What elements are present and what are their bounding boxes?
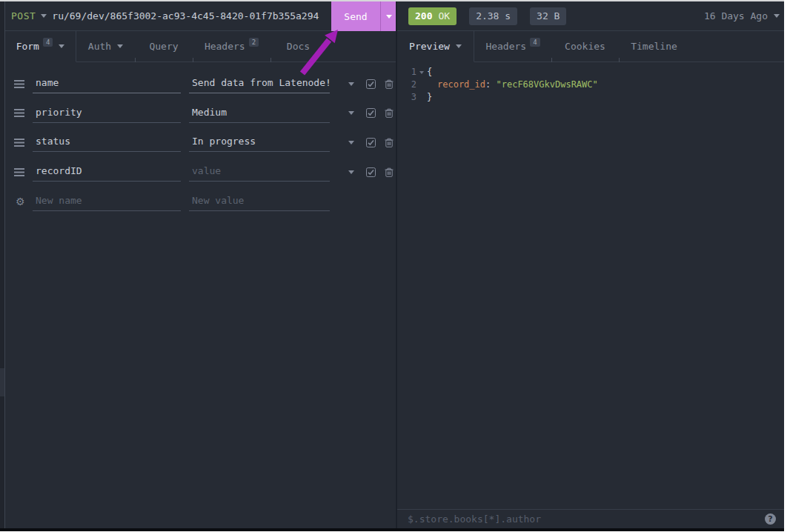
preview-mode-chevron-down-icon (456, 44, 462, 48)
tab-docs-label: Docs (287, 41, 310, 52)
send-button[interactable]: Send (331, 1, 397, 31)
row-value-input[interactable]: Send data from Latenode! (189, 71, 330, 93)
new-value-placeholder: New value (192, 195, 244, 206)
value-options-chevron-down-icon[interactable] (345, 69, 358, 99)
form-body-editor: name Send data from Latenode! pri (5, 62, 397, 359)
tab-query-label: Query (149, 41, 178, 52)
row-enabled-checkbox-icon[interactable] (364, 157, 377, 187)
line-number: 1 (397, 66, 416, 79)
tab-docs[interactable]: Docs (270, 31, 326, 62)
tab-headers-label: Headers (205, 41, 245, 52)
tab-response-headers-label: Headers (485, 41, 526, 52)
send-button-label[interactable]: Send (331, 1, 380, 31)
code-line: 3 } (397, 91, 784, 104)
form-row-priority: priority Medium (5, 99, 397, 128)
code-line: 2 record_id: "recF68VGkvDwsRAWC" (397, 79, 784, 91)
form-type-chevron-down-icon (59, 44, 64, 48)
tab-cookies[interactable]: Cookies (551, 31, 619, 62)
form-row-name: name Send data from Latenode! (5, 69, 397, 99)
delete-row-trash-icon[interactable] (382, 127, 396, 157)
response-tabbar: Preview Headers 4 Cookies Timeline (397, 31, 784, 62)
line-number: 2 (397, 79, 416, 91)
response-body-preview: 1 { 2 record_id: "recF68VGkvDwsRAWC" 3 } (397, 62, 784, 509)
tab-auth[interactable]: Auth (76, 31, 135, 62)
tab-headers[interactable]: Headers 2 (193, 31, 270, 62)
api-client-window: POST ru/69/dev/865f3002-ac93-4c45-8420-0… (0, 0, 784, 528)
drag-handle-icon[interactable] (14, 167, 29, 177)
tab-form[interactable]: Form 4 (5, 31, 76, 62)
delete-row-trash-icon[interactable] (382, 99, 396, 128)
help-icon[interactable]: ? (765, 513, 776, 525)
tab-timeline-label: Timeline (631, 41, 677, 52)
url-input[interactable]: ru/69/dev/865f3002-ac93-4c45-8420-01f7b3… (52, 10, 319, 21)
value-placeholder: value (192, 165, 221, 176)
duration-badge: 2.38 s (469, 7, 517, 25)
row-name-input[interactable]: status (33, 130, 181, 152)
response-meta-bar: 200 OK 2.38 s 32 B 16 Days Ago (397, 1, 784, 31)
auth-type-chevron-down-icon (117, 44, 123, 48)
new-value-input[interactable]: New value (189, 189, 330, 211)
row-value-input[interactable]: value (189, 159, 330, 182)
json-string-value: "recF68VGkvDwsRAWC" (497, 79, 598, 90)
fold-spacer (416, 91, 427, 104)
send-options-chevron-down-icon[interactable] (380, 1, 397, 31)
tab-form-label: Form (16, 41, 39, 52)
method-chevron-down-icon[interactable] (41, 14, 47, 18)
value-options-chevron-down-icon[interactable] (345, 157, 358, 187)
row-value-input[interactable]: Medium (189, 101, 330, 123)
new-name-placeholder: New name (36, 195, 82, 206)
tab-form-count-badge: 4 (43, 38, 53, 47)
form-row-new: ⚙ New name New value (5, 187, 397, 216)
history-chevron-down-icon (774, 14, 780, 18)
row-enabled-checkbox-icon[interactable] (364, 127, 377, 157)
row-name-input[interactable]: priority (33, 101, 181, 123)
tab-response-headers-count-badge: 4 (530, 38, 540, 47)
drag-handle-icon[interactable] (14, 137, 29, 147)
row-name-input[interactable]: recordID (33, 159, 181, 182)
tab-headers-count-badge: 2 (249, 38, 259, 47)
fold-chevron-down-icon[interactable] (416, 66, 427, 79)
tab-cookies-label: Cookies (565, 41, 605, 52)
response-history-dropdown[interactable]: 16 Days Ago (704, 10, 780, 21)
jsonpath-filter-input[interactable]: $.store.books[*].author (408, 513, 765, 525)
line-number: 3 (397, 91, 416, 104)
new-name-input[interactable]: New name (33, 189, 181, 211)
tabbar-filler (326, 31, 397, 62)
tab-response-headers[interactable]: Headers 4 (474, 31, 551, 62)
sidebar-drag-handle[interactable] (0, 368, 4, 396)
response-history-label: 16 Days Ago (704, 10, 768, 21)
size-badge: 32 B (530, 7, 566, 25)
method-label[interactable]: POST (11, 10, 36, 21)
row-name-input[interactable]: name (33, 71, 181, 93)
tab-timeline[interactable]: Timeline (619, 31, 689, 62)
tab-query[interactable]: Query (135, 31, 193, 62)
request-tabbar: Form 4 Auth Query Headers 2 Docs (5, 31, 397, 62)
window-bottom-edge (0, 528, 784, 531)
drag-handle-icon[interactable] (14, 79, 29, 89)
status-badge: 200 OK (408, 7, 457, 25)
tab-auth-label: Auth (88, 41, 111, 52)
collapsed-sidebar[interactable] (0, 1, 5, 528)
tab-preview-label: Preview (409, 41, 450, 52)
tab-preview[interactable]: Preview (397, 31, 474, 62)
row-enabled-checkbox-icon[interactable] (364, 99, 377, 128)
delete-row-trash-icon[interactable] (382, 157, 396, 187)
form-row-recordid: recordID value (5, 157, 397, 187)
form-row-status: status In progress (5, 127, 397, 157)
fold-spacer (416, 79, 427, 91)
row-enabled-checkbox-icon[interactable] (364, 69, 377, 99)
drag-handle-icon[interactable] (14, 108, 29, 119)
status-reason: OK (438, 10, 450, 21)
json-key: record_id (437, 79, 485, 90)
delete-row-trash-icon[interactable] (382, 69, 396, 99)
gear-icon[interactable]: ⚙ (16, 187, 25, 216)
value-options-chevron-down-icon[interactable] (345, 99, 358, 128)
status-code: 200 (415, 10, 432, 21)
screenshot-page: POST ru/69/dev/865f3002-ac93-4c45-8420-0… (0, 0, 790, 532)
code-line: 1 { (397, 66, 784, 79)
response-filter-bar: $.store.books[*].author ? (397, 509, 784, 528)
value-options-chevron-down-icon[interactable] (345, 127, 358, 157)
row-value-input[interactable]: In progress (189, 130, 330, 152)
tabbar-filler (689, 31, 784, 62)
